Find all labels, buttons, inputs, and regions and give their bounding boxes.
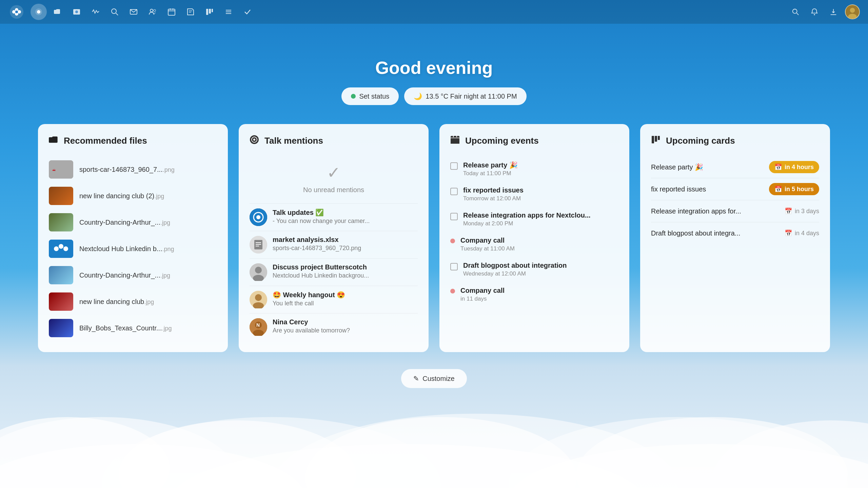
talk-item[interactable]: N Nina Cercy Are you available tomorrow? xyxy=(250,313,418,341)
file-name: new line dancing club (2).jpg xyxy=(79,192,164,200)
svg-point-75 xyxy=(509,417,848,488)
svg-rect-62 xyxy=(451,138,459,144)
weather-button[interactable]: 🌙 13.5 °C Fair night at 11:00 PM xyxy=(404,87,526,105)
svg-point-37 xyxy=(54,246,59,251)
nav-item-notes[interactable] xyxy=(182,4,199,20)
talk-mentions-title: Talk mentions xyxy=(264,136,323,146)
download-icon[interactable] xyxy=(826,4,841,19)
talk-item[interactable]: Talk updates ✅ - You can now change your… xyxy=(250,203,418,231)
event-time: Tomorrow at 12:00 AM xyxy=(463,195,524,202)
event-item[interactable]: Release party 🎉 Today at 11:00 PM xyxy=(450,156,618,182)
notifications-icon[interactable] xyxy=(807,4,822,19)
main-content: Good evening Set status 🌙 13.5 °C Fair n… xyxy=(0,24,868,388)
talk-info: Discuss project Butterscotch Nextcloud H… xyxy=(273,263,418,279)
file-thumbnail xyxy=(49,266,73,284)
calendar-mini-icon: 📅 xyxy=(785,207,792,215)
check-icon: ✓ xyxy=(327,163,340,182)
file-item[interactable]: new line dancing club (2).jpg xyxy=(49,183,217,209)
event-checkbox[interactable] xyxy=(450,162,458,170)
event-name: Company call xyxy=(460,237,515,244)
search-icon[interactable] xyxy=(788,4,803,19)
upcoming-card-item[interactable]: Draft blogpost about integra... 📅 in 4 d… xyxy=(651,222,819,244)
file-item[interactable]: Billy_Bobs_Texas_Countr....jpg xyxy=(49,315,217,341)
event-item[interactable]: Company call Tuesday at 11:00 AM xyxy=(450,232,618,257)
event-name: fix reported issues xyxy=(463,186,524,194)
svg-text:N: N xyxy=(256,322,260,328)
nav-item-tasks[interactable] xyxy=(220,4,237,20)
event-item[interactable]: Company call in 11 days xyxy=(450,282,618,307)
upcoming-card-item[interactable]: fix reported issues 📅 in 5 hours xyxy=(651,178,819,200)
talk-info: market analysis.xlsx sports-car-146873_9… xyxy=(273,236,418,252)
nav-item-deck[interactable] xyxy=(201,4,218,20)
recommended-files-title: Recommended files xyxy=(64,136,147,146)
svg-text:🚗: 🚗 xyxy=(52,168,56,171)
event-item[interactable]: fix reported issues Tomorrow at 12:00 AM xyxy=(450,182,618,207)
upcoming-card-item[interactable]: Release integration apps for... 📅 in 3 d… xyxy=(651,200,819,222)
event-checkbox[interactable] xyxy=(450,213,458,220)
greeting-text: Good evening xyxy=(375,58,493,78)
file-item[interactable]: Country-Dancing-Arthur_....jpg xyxy=(49,209,217,236)
file-item[interactable]: Nextcloud Hub Linkedin b....png xyxy=(49,236,217,262)
time-badge-plain: 📅 in 3 days xyxy=(785,205,819,217)
nav-item-mail[interactable] xyxy=(125,4,142,20)
nav-item-activity[interactable] xyxy=(87,4,104,20)
svg-point-45 xyxy=(256,215,260,219)
talk-item[interactable]: 🤩 Weekly hangout 😍 You left the call xyxy=(250,286,418,313)
upcoming-cards-title: Upcoming cards xyxy=(666,136,735,146)
event-dot xyxy=(450,289,455,293)
file-name: Country-Dancing-Arthur_....jpg xyxy=(79,219,170,226)
folder-icon xyxy=(49,135,58,147)
nav-item-photos[interactable] xyxy=(68,4,85,20)
customize-button[interactable]: ✎ Customize xyxy=(401,369,467,388)
file-thumbnail xyxy=(49,213,73,231)
navbar-right xyxy=(788,4,860,19)
set-status-button[interactable]: Set status xyxy=(341,87,399,105)
file-item[interactable]: 🚗 sports-car-146873_960_7....png xyxy=(49,156,217,183)
talk-avatar: N xyxy=(250,318,267,336)
event-name: Company call xyxy=(460,287,505,294)
file-item[interactable]: Country-Dancing-Arthur_....jpg xyxy=(49,262,217,288)
event-info: fix reported issues Tomorrow at 12:00 AM xyxy=(463,186,524,202)
talk-name: Nina Cercy xyxy=(273,318,418,326)
nav-item-contacts[interactable] xyxy=(144,4,161,20)
svg-point-69 xyxy=(0,417,237,488)
event-info: Company call Tuesday at 11:00 AM xyxy=(460,237,515,252)
event-item[interactable]: Draft blogpost about integration Wednesd… xyxy=(450,257,618,282)
event-item[interactable]: Release integration apps for Nextclou...… xyxy=(450,207,618,232)
weather-text: 13.5 °C Fair night at 11:00 PM xyxy=(426,93,517,100)
nav-item-search[interactable] xyxy=(106,4,123,20)
event-info: Release party 🎉 Today at 11:00 PM xyxy=(463,161,518,177)
svg-point-80 xyxy=(509,444,868,488)
user-avatar[interactable] xyxy=(845,4,860,19)
event-checkbox[interactable] xyxy=(450,188,458,195)
app-logo[interactable] xyxy=(8,3,25,20)
event-name: Draft blogpost about integration xyxy=(463,262,567,269)
talk-preview: Nextcloud Hub Linkedin backgrou... xyxy=(273,272,395,279)
file-item[interactable]: new line dancing club.jpg xyxy=(49,288,217,315)
svg-point-13 xyxy=(150,9,153,12)
talk-avatar xyxy=(250,208,267,226)
event-name: Release party 🎉 xyxy=(463,161,518,169)
svg-point-77 xyxy=(712,421,868,488)
customize-label: Customize xyxy=(422,375,454,383)
event-checkbox[interactable] xyxy=(450,263,458,270)
svg-rect-23 xyxy=(212,9,213,12)
talk-item[interactable]: market analysis.xlsx sports-car-146873_9… xyxy=(250,231,418,258)
nav-item-calendar[interactable] xyxy=(163,4,180,20)
nav-item-complete[interactable] xyxy=(239,4,256,20)
nav-item-files[interactable] xyxy=(50,4,66,20)
file-name: new line dancing club.jpg xyxy=(79,298,154,306)
file-thumbnail xyxy=(49,240,73,258)
talk-item[interactable]: Discuss project Butterscotch Nextcloud H… xyxy=(250,258,418,286)
svg-rect-67 xyxy=(655,136,657,142)
upcoming-cards-card: Upcoming cards Release party 🎉 📅 in 4 ho… xyxy=(640,124,830,352)
svg-point-27 xyxy=(793,9,797,14)
nav-item-home[interactable] xyxy=(31,4,47,20)
badge-text: in 3 days xyxy=(795,208,819,215)
upcoming-card-item[interactable]: Release party 🎉 📅 in 4 hours xyxy=(651,156,819,178)
talk-avatar xyxy=(250,236,267,253)
event-info: Draft blogpost about integration Wednesd… xyxy=(463,262,567,277)
svg-rect-68 xyxy=(658,136,660,140)
svg-point-7 xyxy=(37,10,40,14)
talk-preview: You left the call xyxy=(273,300,395,307)
